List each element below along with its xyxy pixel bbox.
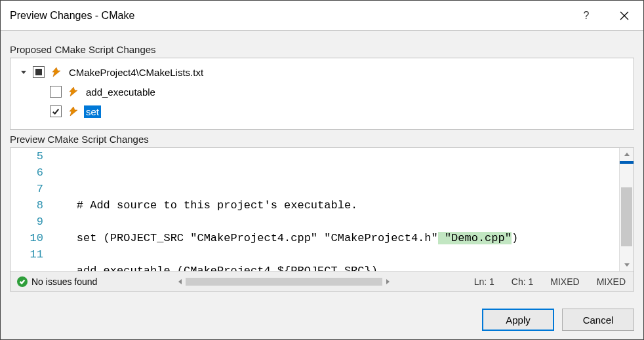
scroll-thumb[interactable] <box>621 187 632 246</box>
tree-root-label: CMakeProject4\CMakeLists.txt <box>67 66 205 79</box>
cursor-line[interactable]: Ln: 1 <box>470 276 498 287</box>
apply-button[interactable]: Apply <box>482 309 554 331</box>
tree-item-label: add_executable <box>84 86 157 98</box>
window-title: Preview Changes - CMake <box>10 10 567 22</box>
horizontal-scroll-thumb[interactable] <box>186 278 382 286</box>
code-line: # Add source to this project's executabl… <box>50 197 619 214</box>
checkmark-icon <box>52 107 60 115</box>
preview-changes-label: Preview CMake Script Changes <box>10 134 634 145</box>
scroll-down-arrow-icon[interactable] <box>620 258 634 271</box>
proposed-changes-label: Proposed CMake Script Changes <box>10 44 634 55</box>
dialog-body: Proposed CMake Script Changes CMakeProje… <box>1 31 643 300</box>
tree-item-label: set <box>84 105 101 118</box>
dialog-footer: Apply Cancel <box>1 300 643 339</box>
close-icon <box>620 11 629 20</box>
line-number: 9 <box>10 214 43 230</box>
scroll-up-arrow-icon[interactable] <box>620 148 634 161</box>
cursor-col[interactable]: Ch: 1 <box>508 276 537 287</box>
tree-row-add-executable[interactable]: add_executable <box>16 82 628 102</box>
ok-check-icon <box>17 276 28 287</box>
issues-indicator[interactable]: No issues found <box>17 276 97 287</box>
tree-row-root[interactable]: CMakeProject4\CMakeLists.txt <box>16 62 628 82</box>
expander-icon[interactable] <box>18 67 29 77</box>
cmake-change-icon <box>67 85 80 98</box>
issues-text: No issues found <box>31 276 97 287</box>
dialog-window: Preview Changes - CMake ? Proposed CMake… <box>0 0 644 340</box>
help-button[interactable]: ? <box>567 1 605 31</box>
code-preview-panel: 5 6 7 8 9 10 11 # Add source to this pro… <box>10 147 634 292</box>
line-number: 5 <box>10 148 43 164</box>
close-button[interactable] <box>605 1 643 31</box>
cmake-change-icon <box>67 105 80 118</box>
editor-statusbar: No issues found Ln: 1 Ch: 1 MIXED MIXED <box>10 271 634 291</box>
code-editor[interactable]: 5 6 7 8 9 10 11 # Add source to this pro… <box>10 148 619 271</box>
scroll-left-arrow-icon[interactable] <box>175 278 186 285</box>
line-number-gutter: 5 6 7 8 9 10 11 <box>10 148 50 271</box>
line-number: 10 <box>10 230 43 246</box>
line-endings-indicator[interactable]: MIXED <box>593 276 630 287</box>
titlebar: Preview Changes - CMake ? <box>1 1 643 31</box>
code-lines: # Add source to this project's executabl… <box>50 148 619 271</box>
checkbox-unchecked[interactable] <box>50 86 62 98</box>
tree-row-set[interactable]: set <box>16 102 628 121</box>
editor-main: 5 6 7 8 9 10 11 # Add source to this pro… <box>10 148 634 271</box>
changes-tree[interactable]: CMakeProject4\CMakeLists.txt add_executa… <box>10 58 634 130</box>
horizontal-scrollbar[interactable] <box>106 272 460 291</box>
cancel-button[interactable]: Cancel <box>562 309 634 331</box>
line-number: 8 <box>10 197 43 214</box>
cmake-file-icon <box>50 66 63 79</box>
scroll-position-marker <box>620 161 634 164</box>
code-line: set (PROJECT_SRC "CMakeProject4.cpp" "CM… <box>50 230 619 246</box>
vertical-scrollbar[interactable] <box>619 148 634 271</box>
added-text-highlight: "Demo.cpp" <box>438 232 512 244</box>
line-number: 11 <box>10 246 43 263</box>
encoding-indicator[interactable]: MIXED <box>546 276 583 287</box>
scroll-right-arrow-icon[interactable] <box>382 278 393 285</box>
line-number: 7 <box>10 181 43 197</box>
checkbox-partial-mark-icon <box>35 69 42 75</box>
checkbox-partial[interactable] <box>33 66 45 78</box>
line-number: 6 <box>10 164 43 181</box>
checkbox-checked[interactable] <box>50 105 62 117</box>
code-line <box>50 164 619 181</box>
code-line: add_executable (CMakeProject4 ${PROJECT_… <box>50 263 619 271</box>
